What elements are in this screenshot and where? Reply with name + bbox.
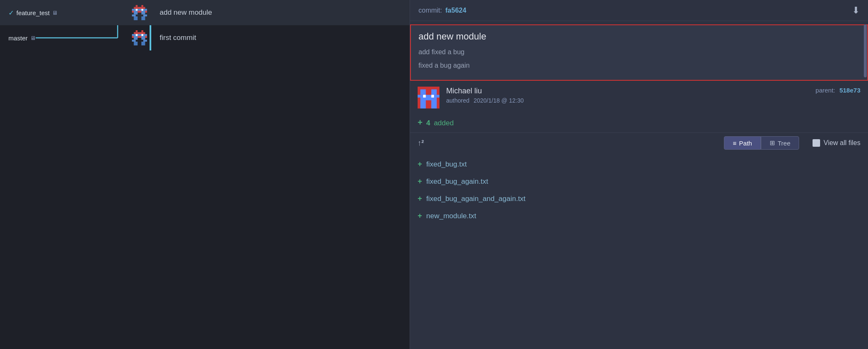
file-item-0[interactable]: + fixed_bug.txt [410, 156, 868, 173]
files-toolbar: ↑² ≡ Path ⊞ Tree View all files [410, 132, 868, 153]
commit-message-1: add new module [151, 8, 410, 17]
commit-avatar-1 [132, 5, 147, 20]
svg-rect-9 [134, 13, 138, 15]
view-all-checkbox[interactable] [813, 139, 820, 147]
commit-submessage-2: fixed a bug again [418, 61, 860, 71]
commit-avatar-2 [132, 30, 147, 45]
author-date: authored 2020/1/18 @ 12:30 [446, 97, 860, 104]
svg-rect-4 [142, 5, 144, 7]
svg-rect-32 [142, 42, 145, 45]
authored-label: authored [446, 97, 469, 104]
author-info: Michael liu authored 2020/1/18 @ 12:30 [446, 87, 860, 104]
svg-rect-8 [142, 9, 144, 11]
path-view-button[interactable]: ≡ Path [724, 136, 761, 150]
tree-label: Tree [778, 140, 790, 147]
file-name-2: fixed_bug_again_and_again.txt [426, 195, 526, 203]
parent-hash: 518e73 [839, 87, 860, 94]
file-item-1[interactable]: + fixed_bug_again.txt [410, 173, 868, 190]
branch-name-master: master [8, 34, 28, 42]
svg-rect-41 [431, 103, 437, 108]
svg-rect-39 [426, 100, 431, 103]
commit-row-feature-test[interactable]: ✓ feature_test 🖥 [0, 0, 410, 25]
svg-rect-24 [134, 38, 138, 40]
added-label: added [434, 119, 454, 127]
svg-rect-27 [143, 40, 147, 42]
svg-rect-17 [142, 16, 145, 20]
svg-rect-10 [142, 13, 145, 15]
git-graph-panel: ✓ feature_test 🖥 [0, 0, 410, 349]
author-name: Michael liu [446, 87, 860, 95]
svg-rect-26 [132, 40, 136, 42]
svg-rect-5 [134, 7, 145, 9]
download-button[interactable]: ⬇ [852, 5, 860, 16]
plus-icon: + [418, 118, 423, 127]
svg-rect-42 [418, 98, 421, 103]
commit-detail-panel: commit: fa5624 ⬇ add new module add fixe… [410, 0, 868, 349]
svg-rect-16 [134, 16, 138, 20]
sort-icon[interactable]: ↑² [418, 139, 424, 148]
authored-date-value: 2020/1/18 @ 12:30 [473, 97, 523, 104]
svg-rect-7 [136, 9, 138, 11]
view-all-button[interactable]: View all files [813, 139, 860, 147]
svg-rect-19 [142, 30, 144, 32]
branch-area: ✓ feature_test 🖥 [0, 0, 151, 25]
commit-hash-value: fa5624 [445, 7, 466, 14]
svg-rect-29 [132, 36, 134, 38]
tree-view-button[interactable]: ⊞ Tree [761, 136, 799, 150]
file-added-icon-2: + [418, 194, 422, 203]
monitor-icon-2: 🖥 [30, 35, 36, 41]
branch-name: feature_test [16, 9, 50, 16]
commit-message-2: first commit [151, 34, 410, 42]
parent-info: parent: 518e73 [815, 87, 860, 94]
svg-rect-15 [145, 11, 147, 13]
svg-rect-34 [421, 90, 426, 95]
commit-hash-info: commit: fa5624 [418, 7, 466, 14]
file-name-0: fixed_bug.txt [426, 160, 467, 169]
svg-rect-31 [134, 42, 138, 45]
svg-rect-38 [431, 95, 434, 98]
svg-rect-20 [134, 32, 145, 34]
stats-row: + 4 added [410, 114, 868, 132]
svg-rect-40 [421, 103, 426, 108]
svg-rect-22 [136, 34, 138, 36]
svg-rect-13 [138, 11, 142, 13]
commit-row-master[interactable]: master 🖥 [0, 25, 410, 50]
file-item-2[interactable]: + fixed_bug_again_and_again.txt [410, 190, 868, 207]
view-toggle: ≡ Path ⊞ Tree [724, 136, 799, 150]
svg-rect-35 [431, 90, 437, 95]
commit-messages-box: add new module add fixed a bug fixed a b… [410, 21, 868, 81]
file-item-3[interactable]: + new_module.txt [410, 207, 868, 225]
added-count: 4 [426, 119, 430, 127]
svg-rect-18 [136, 30, 138, 32]
branch-area-master: master 🖥 [0, 25, 151, 50]
svg-rect-12 [143, 15, 147, 17]
file-added-icon-0: + [418, 160, 422, 169]
scrollbar-thumb [864, 24, 867, 77]
commit-header: commit: fa5624 ⬇ [410, 0, 868, 21]
path-label: Path [739, 140, 752, 147]
svg-rect-11 [132, 15, 136, 17]
file-added-icon-3: + [418, 212, 422, 220]
tree-icon: ⊞ [770, 139, 775, 147]
path-icon: ≡ [733, 140, 736, 147]
file-added-icon-1: + [418, 177, 422, 186]
parent-label: parent: [815, 87, 835, 94]
checkmark-icon: ✓ [8, 9, 14, 17]
commit-label: commit: [418, 7, 442, 14]
commit-submessage-1: add fixed a bug [418, 47, 860, 57]
svg-rect-43 [437, 98, 440, 103]
monitor-icon: 🖥 [52, 10, 58, 16]
svg-rect-30 [145, 36, 147, 38]
file-name-1: fixed_bug_again.txt [426, 177, 488, 186]
svg-rect-37 [423, 95, 426, 98]
author-row: Michael liu authored 2020/1/18 @ 12:30 p… [410, 81, 868, 114]
svg-rect-25 [142, 38, 145, 40]
file-name-3: new_module.txt [426, 212, 476, 220]
svg-rect-3 [136, 5, 138, 7]
commit-title: add new module [418, 31, 860, 42]
author-avatar [418, 87, 439, 108]
view-all-label: View all files [823, 139, 860, 147]
svg-rect-28 [138, 36, 142, 38]
svg-rect-23 [142, 34, 144, 36]
file-list: + fixed_bug.txt + fixed_bug_again.txt + … [410, 153, 868, 349]
